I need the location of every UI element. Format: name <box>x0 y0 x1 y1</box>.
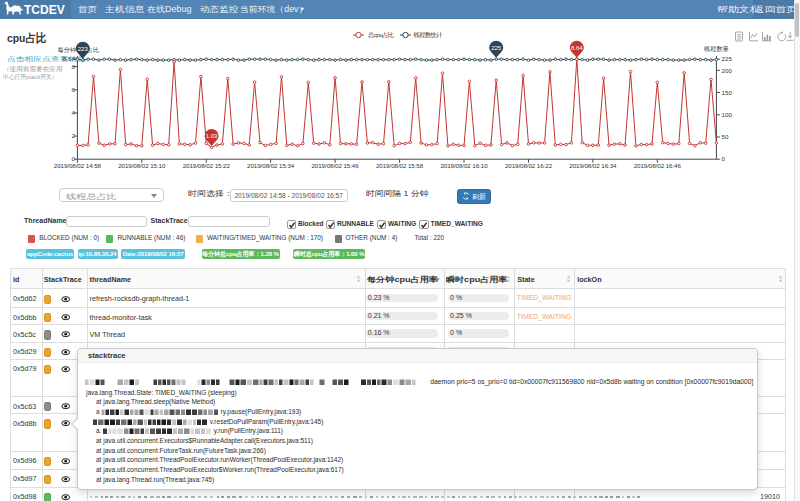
svg-text:8.64: 8.64 <box>63 55 76 62</box>
svg-text:6: 6 <box>71 86 75 93</box>
svg-text:总cpu占比: 总cpu占比 <box>367 31 394 38</box>
svg-text:225: 225 <box>722 55 733 62</box>
svg-text:225: 225 <box>491 45 502 51</box>
svg-text:50: 50 <box>722 133 729 140</box>
svg-text:100: 100 <box>722 111 733 118</box>
svg-text:8.64: 8.64 <box>571 45 583 51</box>
svg-text:1.03: 1.03 <box>206 133 218 139</box>
svg-text:8: 8 <box>71 63 75 70</box>
svg-text:2019/08/02 14:58: 2019/08/02 14:58 <box>54 162 102 169</box>
svg-text:线程数统计: 线程数统计 <box>414 31 444 39</box>
svg-text:0: 0 <box>71 155 75 162</box>
svg-text:2019/08/02 16:46: 2019/08/02 16:46 <box>634 162 682 169</box>
svg-text:2019/08/02 15:22: 2019/08/02 15:22 <box>183 162 231 169</box>
svg-text:0: 0 <box>722 155 726 162</box>
svg-text:223: 223 <box>78 46 89 52</box>
svg-text:线程数量: 线程数量 <box>704 45 729 53</box>
svg-text:150: 150 <box>722 89 733 96</box>
svg-text:2019/08/02 16:10: 2019/08/02 16:10 <box>440 162 488 169</box>
svg-text:2019/08/02 16:22: 2019/08/02 16:22 <box>505 162 553 169</box>
svg-text:2019/08/02 16:34: 2019/08/02 16:34 <box>569 162 617 169</box>
svg-text:2019/08/02 15:58: 2019/08/02 15:58 <box>376 162 424 169</box>
svg-text:2: 2 <box>71 132 75 139</box>
svg-text:200: 200 <box>722 67 733 74</box>
svg-text:2019/08/02 15:10: 2019/08/02 15:10 <box>118 162 166 169</box>
svg-text:2019/08/02 15:34: 2019/08/02 15:34 <box>247 162 295 169</box>
svg-text:2019/08/02 15:46: 2019/08/02 15:46 <box>312 162 360 169</box>
svg-text:4: 4 <box>71 109 75 116</box>
